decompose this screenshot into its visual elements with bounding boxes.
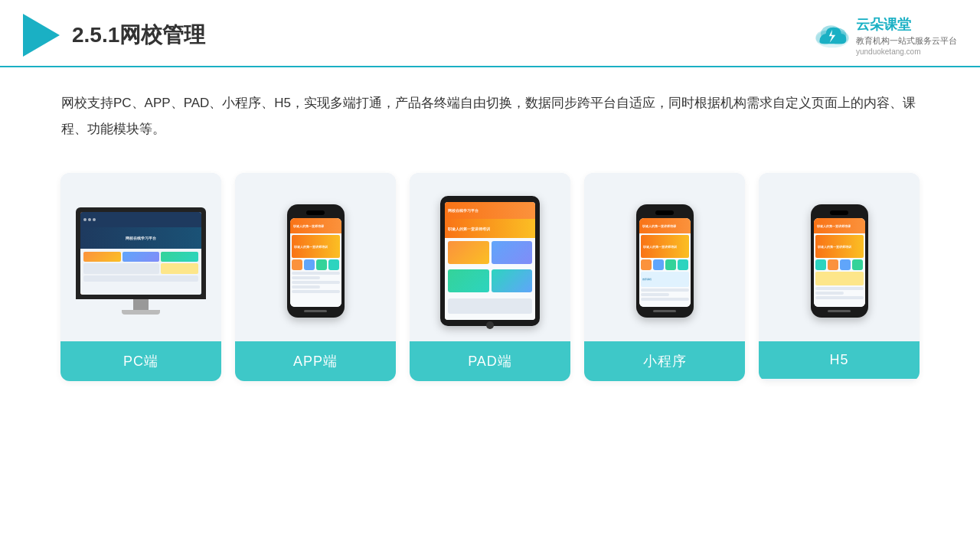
card-pad: 网校在线学习平台 职途人的第一堂讲师培训 <box>410 173 570 381</box>
card-h5-label: H5 <box>759 341 920 379</box>
phone-body-h5: 职途人的第一堂讲师培课 职途人的第一堂讲师培训 <box>811 204 868 318</box>
tablet-mockup: 网校在线学习平台 职途人的第一堂讲师培训 <box>440 196 540 326</box>
monitor-body: 网校在线学习平台 <box>76 207 206 299</box>
description-content: 网校支持PC、APP、PAD、小程序、H5，实现多端打通，产品各终端自由切换，数… <box>61 96 916 136</box>
logo-name: 云朵课堂 <box>856 15 957 34</box>
card-app-image: 职途人的第一堂师培课 职途人的第一堂讲师培训 <box>235 173 396 341</box>
cloud-logo-icon <box>813 22 851 49</box>
monitor-screen: 网校在线学习平台 <box>80 212 201 295</box>
tablet-body: 网校在线学习平台 职途人的第一堂讲师培训 <box>440 196 540 326</box>
play-icon <box>23 14 60 57</box>
phone-mockup-h5: 职途人的第一堂讲师培课 职途人的第一堂讲师培训 <box>811 204 868 318</box>
card-pc: 网校在线学习平台 <box>60 173 221 381</box>
description-text: 网校支持PC、APP、PAD、小程序、H5，实现多端打通，产品各终端自由切换，数… <box>0 67 980 150</box>
card-h5: 职途人的第一堂讲师培课 职途人的第一堂讲师培训 <box>759 173 920 381</box>
page-title: 2.5.1网校管理 <box>72 21 205 50</box>
card-miniapp: 职途人的第一堂讲师培课 职途人的第一堂讲师培训 <box>584 173 745 381</box>
card-miniapp-label: 小程序 <box>584 341 745 381</box>
phone-mockup-app: 职途人的第一堂师培课 职途人的第一堂讲师培训 <box>287 204 345 318</box>
card-pad-image: 网校在线学习平台 职途人的第一堂讲师培训 <box>410 173 570 341</box>
phone-body-miniapp: 职途人的第一堂讲师培课 职途人的第一堂讲师培训 <box>636 204 694 318</box>
header-right: 云朵课堂 教育机构一站式服务云平台 yunduoketang.com <box>813 15 957 56</box>
cards-container: 网校在线学习平台 <box>0 150 980 396</box>
card-h5-image: 职途人的第一堂讲师培课 职途人的第一堂讲师培训 <box>759 173 920 341</box>
card-pad-label: PAD端 <box>410 341 570 381</box>
logo-cloud: 云朵课堂 教育机构一站式服务云平台 yunduoketang.com <box>813 15 957 56</box>
card-miniapp-image: 职途人的第一堂讲师培课 职途人的第一堂讲师培训 <box>584 173 745 341</box>
card-pc-image: 网校在线学习平台 <box>60 173 221 341</box>
card-pc-label: PC端 <box>60 341 221 381</box>
phone-mockup-miniapp: 职途人的第一堂讲师培课 职途人的第一堂讲师培训 <box>636 204 694 318</box>
card-app: 职途人的第一堂师培课 职途人的第一堂讲师培训 <box>235 173 396 381</box>
logo-url: yunduoketang.com <box>856 47 957 56</box>
monitor-mockup: 网校在线学习平台 <box>76 207 206 315</box>
logo-tagline: 教育机构一站式服务云平台 <box>856 35 957 47</box>
header: 2.5.1网校管理 云朵课堂 教育机构一站式服务云平台 yunduoketang… <box>0 0 980 67</box>
card-app-label: APP端 <box>235 341 396 381</box>
header-left: 2.5.1网校管理 <box>23 14 205 57</box>
phone-body-app: 职途人的第一堂师培课 职途人的第一堂讲师培训 <box>287 204 345 318</box>
logo-name-group: 云朵课堂 教育机构一站式服务云平台 yunduoketang.com <box>856 15 957 56</box>
